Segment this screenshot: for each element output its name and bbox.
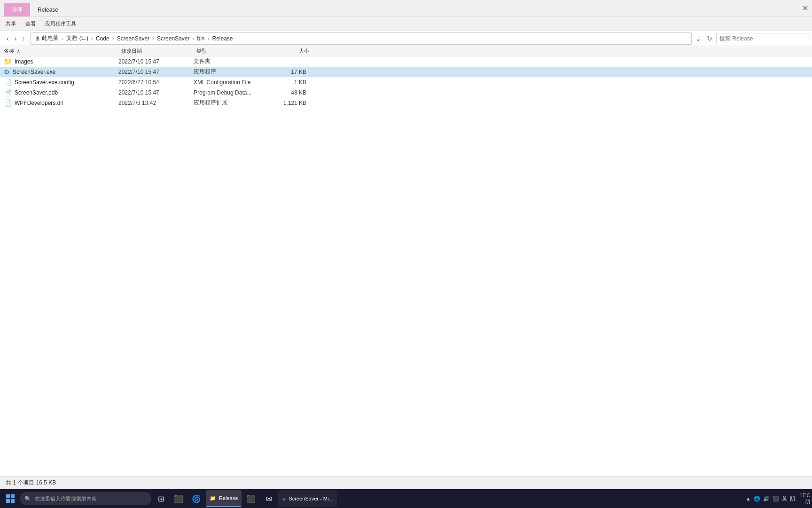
file-type: Program Debug Data... <box>194 89 269 96</box>
svg-rect-0 <box>6 494 10 498</box>
file-name-cell: 📄 ScreenSaver.exe.config <box>4 79 118 86</box>
view-button[interactable]: 查看 <box>25 20 36 27</box>
breadcrumb-this-pc[interactable]: 此电脑 <box>42 34 59 42</box>
taskbar-time[interactable]: 17°C 阴 <box>800 492 810 505</box>
refresh-icon[interactable]: ↻ <box>705 34 714 43</box>
status-text: 共 1 个项目 16.5 KB <box>6 479 56 487</box>
breadcrumb-bin[interactable]: bin <box>197 35 204 42</box>
col-header-date[interactable]: 修改日期 <box>121 48 196 55</box>
column-headers: 名称 ∧ 修改日期 类型 大小 <box>0 46 812 56</box>
table-row[interactable]: 📁 Images 2022/7/10 15:47 文件夹 <box>0 56 812 67</box>
breadcrumb-code[interactable]: Code <box>96 35 109 42</box>
time-temp: 17°C <box>800 492 810 499</box>
taskbar-search-label: 在这里输入你要搜索的内容 <box>35 495 97 502</box>
up-icon[interactable]: ↑ <box>20 34 27 43</box>
search-icon: 🔍 <box>24 496 31 502</box>
time-date: 阴 <box>805 499 810 505</box>
file-size: 48 KB <box>269 89 306 96</box>
ribbon: 共享 查看 应用程序工具 <box>0 17 812 31</box>
breadcrumb-icon: 🖥 <box>34 35 40 42</box>
taskbar-app-release[interactable]: 📁 Release <box>206 490 242 507</box>
file-icon: 📄 <box>4 89 12 96</box>
file-date: 2022/7/10 15:47 <box>118 89 194 96</box>
col-header-size[interactable]: 大小 <box>272 48 309 55</box>
title-bar-tabs: 管理 Release <box>4 0 66 16</box>
breadcrumb-screensaver1[interactable]: ScreenSaver <box>117 35 149 42</box>
file-icon: ⚙ <box>4 68 10 76</box>
start-button[interactable] <box>2 490 19 507</box>
taskbar-app-unknown[interactable]: ⬛ <box>242 490 259 507</box>
file-type: 文件夹 <box>194 57 269 65</box>
svg-rect-1 <box>11 494 15 498</box>
apptools-button[interactable]: 应用程序工具 <box>45 20 76 27</box>
file-icon: 📄 <box>4 79 12 86</box>
file-icon: 📁 <box>4 58 12 65</box>
col-header-name[interactable]: 名称 ∧ <box>4 48 121 55</box>
file-name-cell: 📁 Images <box>4 58 118 65</box>
file-size: 1 KB <box>269 79 306 86</box>
dropdown-icon[interactable]: ⌄ <box>694 34 703 43</box>
close-button[interactable]: ✕ <box>802 4 808 13</box>
file-name: ScreenSaver.exe.config <box>15 79 74 86</box>
forward-icon[interactable]: › <box>13 34 19 43</box>
file-date: 2022/7/3 13:42 <box>118 100 194 106</box>
tray-weather: 阴 <box>790 495 795 502</box>
table-row[interactable]: 📄 ScreenSaver.pdb 2022/7/10 15:47 Progra… <box>0 87 812 98</box>
breadcrumb[interactable]: 🖥 此电脑 › 文档 (E:) › Code › ScreenSaver › S… <box>30 32 692 45</box>
tray-volume: 🔊 <box>763 496 770 502</box>
widgets-button[interactable]: ⬛ <box>170 490 187 507</box>
file-size: 17 KB <box>269 69 306 75</box>
edge-button[interactable]: 🌀 <box>188 490 205 507</box>
taskbar-app-vs[interactable]: ◈ ScreenSaver - Mi... <box>278 490 336 507</box>
col-header-type[interactable]: 类型 <box>196 48 272 55</box>
tab-release[interactable]: Release <box>30 3 66 16</box>
search-input[interactable] <box>716 33 810 44</box>
status-bar: 共 1 个项目 16.5 KB <box>0 476 812 489</box>
folder-taskbar-icon: 📁 <box>210 495 216 501</box>
taskbar: 🔍 在这里输入你要搜索的内容 ⊞ ⬛ 🌀 📁 Release ⬛ ✉ ◈ Scr… <box>0 489 812 508</box>
file-icon: 📄 <box>4 99 12 107</box>
taskbar-tray: ▲ 🌐 🔊 ⬛ 英 阴 <box>742 495 799 502</box>
file-name: ScreenSaver.pdb <box>15 89 58 96</box>
address-bar-actions: ⌄ ↻ <box>692 34 716 43</box>
table-row[interactable]: 📄 ScreenSaver.exe.config 2022/6/27 10:54… <box>0 77 812 87</box>
file-name: WPFDevelopers.dll <box>15 100 63 106</box>
address-bar: ‹ › ↑ 🖥 此电脑 › 文档 (E:) › Code › ScreenSav… <box>0 31 812 46</box>
svg-rect-3 <box>11 499 15 503</box>
file-date: 2022/7/10 15:47 <box>118 69 194 75</box>
vs-taskbar-icon: ◈ <box>282 496 286 502</box>
tray-lang[interactable]: 英 <box>782 495 787 502</box>
file-type: 应用程序扩展 <box>194 99 269 107</box>
nav-icons: ‹ › ↑ <box>2 34 30 43</box>
file-list: 📁 Images 2022/7/10 15:47 文件夹 ⚙ ScreenSav… <box>0 56 812 495</box>
file-name: ScreenSaver.exe <box>13 69 55 75</box>
sort-arrow-name: ∧ <box>17 49 20 54</box>
file-date: 2022/7/10 15:47 <box>118 58 194 65</box>
tray-icons: ▲ <box>746 496 751 501</box>
taskbar-app-release-label: Release <box>219 495 238 501</box>
file-name-cell: 📄 ScreenSaver.pdb <box>4 89 118 96</box>
file-size: 1,121 KB <box>269 100 306 106</box>
file-type: XML Configuration File <box>194 79 269 86</box>
breadcrumb-drive[interactable]: 文档 (E:) <box>66 34 88 42</box>
task-view-button[interactable]: ⊞ <box>152 490 169 507</box>
breadcrumb-release[interactable]: Release <box>212 35 233 42</box>
taskbar-search[interactable]: 🔍 在这里输入你要搜索的内容 <box>20 492 151 505</box>
table-row[interactable]: ⚙ ScreenSaver.exe 2022/7/10 15:47 应用程序 1… <box>0 67 812 77</box>
tray-network: 🌐 <box>754 496 760 502</box>
file-date: 2022/6/27 10:54 <box>118 79 194 86</box>
back-icon[interactable]: ‹ <box>5 34 11 43</box>
tab-manage[interactable]: 管理 <box>4 3 30 16</box>
title-bar: 管理 Release ✕ <box>0 0 812 17</box>
file-name-cell: 📄 WPFDevelopers.dll <box>4 99 118 107</box>
tray-battery: ⬛ <box>773 496 779 502</box>
file-name-cell: ⚙ ScreenSaver.exe <box>4 68 118 76</box>
taskbar-app-mail[interactable]: ✉ <box>260 490 277 507</box>
file-name: Images <box>15 58 33 65</box>
taskbar-app-vs-label: ScreenSaver - Mi... <box>289 496 333 501</box>
breadcrumb-screensaver2[interactable]: ScreenSaver <box>157 35 189 42</box>
svg-rect-2 <box>6 499 10 503</box>
file-type: 应用程序 <box>194 68 269 76</box>
table-row[interactable]: 📄 WPFDevelopers.dll 2022/7/3 13:42 应用程序扩… <box>0 98 812 108</box>
share-button[interactable]: 共享 <box>6 20 16 27</box>
